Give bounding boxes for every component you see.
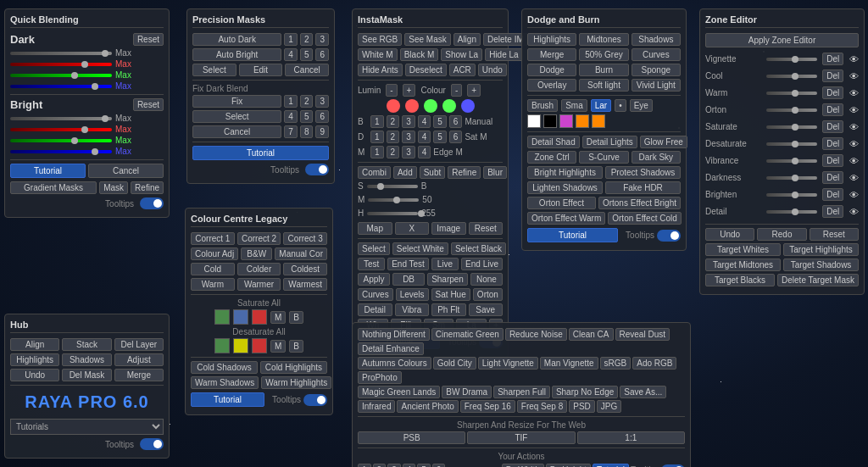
orton-del[interactable]: Del bbox=[822, 103, 843, 116]
b-2[interactable]: 2 bbox=[387, 115, 400, 128]
pm-fix-5[interactable]: 5 bbox=[300, 110, 314, 123]
cool-del[interactable]: Del bbox=[822, 69, 843, 82]
bright-highlights-button[interactable]: Bright Highlights bbox=[527, 166, 603, 179]
im-orton-button[interactable]: Orton bbox=[473, 288, 503, 301]
pm-1-button[interactable]: 1 bbox=[284, 33, 298, 46]
db-merge-button[interactable]: Merge bbox=[527, 48, 576, 61]
warm-shadows-button[interactable]: Warm Shadows bbox=[191, 376, 259, 389]
tf-infrared[interactable]: Infrared bbox=[358, 400, 395, 413]
im-color-green[interactable] bbox=[424, 99, 437, 113]
im-plus[interactable]: + bbox=[403, 84, 416, 97]
saturate-b[interactable]: B bbox=[289, 311, 303, 324]
vignette-del[interactable]: Del bbox=[822, 53, 843, 65]
m-4[interactable]: 4 bbox=[418, 146, 431, 158]
tf-detail-enhance[interactable]: Detail Enhance bbox=[358, 342, 424, 355]
tf-nothing-diff[interactable]: Nothing Different bbox=[358, 328, 430, 341]
brush-orange2-swatch[interactable] bbox=[592, 114, 605, 128]
colder-button[interactable]: Colder bbox=[237, 263, 281, 275]
brush-orange-swatch[interactable] bbox=[576, 114, 589, 128]
brush-black-swatch[interactable] bbox=[543, 114, 557, 128]
pm-fix-button[interactable]: Fix bbox=[192, 95, 281, 108]
hub-del-mask-button[interactable]: Del Mask bbox=[62, 369, 111, 381]
hub-highlights-button[interactable]: Highlights bbox=[10, 353, 59, 366]
pm-3-button[interactable]: 3 bbox=[315, 33, 329, 46]
tf-autumns[interactable]: Autumns Colours bbox=[358, 357, 431, 370]
im-sharpen-button[interactable]: Sharpen bbox=[427, 273, 468, 286]
im-vibra-button[interactable]: Vibra bbox=[395, 303, 430, 316]
tf-sharp-no-edge[interactable]: Sharp No Edge bbox=[552, 386, 618, 398]
im-color-green2[interactable] bbox=[442, 99, 456, 113]
tf-ado-rgb[interactable]: Ado RGB bbox=[632, 357, 676, 370]
brighten-del[interactable]: Del bbox=[822, 188, 843, 201]
ze-undo-button[interactable]: Undo bbox=[705, 228, 754, 241]
im-map-button[interactable]: Map bbox=[358, 222, 392, 235]
m-2[interactable]: 2 bbox=[387, 146, 400, 158]
auto-bright-button[interactable]: Auto Bright bbox=[192, 48, 281, 61]
saturate-m[interactable]: M bbox=[270, 311, 286, 324]
tf-tutorial[interactable]: Tutorial bbox=[593, 464, 629, 467]
pm-6-button[interactable]: 6 bbox=[315, 48, 329, 61]
d-1[interactable]: 1 bbox=[370, 131, 384, 143]
db-overlay-button[interactable]: Overlay bbox=[527, 79, 576, 92]
pm-edit-button[interactable]: Edit bbox=[239, 64, 283, 76]
im-ph-flt-button[interactable]: Ph Flt bbox=[431, 303, 466, 316]
db-brush-button[interactable]: Brush bbox=[527, 99, 558, 112]
pm-fix-6[interactable]: 6 bbox=[315, 110, 329, 123]
pm-2-button[interactable]: 2 bbox=[300, 33, 314, 46]
pm-fix-3[interactable]: 3 bbox=[315, 95, 329, 108]
im-subt-button[interactable]: Subt bbox=[420, 166, 446, 179]
qb-tutorial-button[interactable]: Tutorial bbox=[10, 164, 86, 178]
tf-save-as[interactable]: Save As... bbox=[620, 386, 666, 398]
b-3[interactable]: 3 bbox=[402, 115, 415, 128]
tf-tif[interactable]: TIF bbox=[467, 431, 575, 444]
cold-highlights-button[interactable]: Cold Highlights bbox=[260, 361, 327, 374]
saturate-del[interactable]: Del bbox=[822, 120, 843, 133]
desat-m[interactable]: M bbox=[270, 340, 286, 353]
tf-light-vignette[interactable]: Light Vignette bbox=[478, 357, 538, 370]
tf-psd[interactable]: PSD bbox=[569, 400, 595, 413]
correct3-button[interactable]: Correct 3 bbox=[283, 232, 327, 245]
orton-cold-button[interactable]: Orton Effect Cold bbox=[608, 212, 682, 225]
pm-fix-9[interactable]: 9 bbox=[315, 125, 329, 138]
hub-tooltips-toggle[interactable] bbox=[140, 438, 164, 450]
tf-by-width[interactable]: By Width bbox=[502, 464, 544, 467]
acr-button[interactable]: ACR bbox=[449, 64, 476, 76]
saturate-c-swatch[interactable] bbox=[233, 309, 248, 325]
align-button[interactable]: Align bbox=[453, 33, 481, 46]
im-end-live-button[interactable]: End Live bbox=[461, 258, 503, 270]
im-blur-button[interactable]: Blur bbox=[483, 166, 507, 179]
target-whites-button[interactable]: Target Whites bbox=[705, 243, 781, 256]
m-3[interactable]: 3 bbox=[402, 146, 415, 158]
fake-hdr-button[interactable]: Fake HDR bbox=[605, 181, 681, 194]
d-6[interactable]: 6 bbox=[449, 131, 463, 143]
desat-y-swatch[interactable] bbox=[233, 338, 248, 353]
db-highlights-button[interactable]: Highlights bbox=[527, 33, 576, 46]
tf-srgb[interactable]: sRGB bbox=[600, 357, 632, 370]
pm-tooltips-toggle[interactable] bbox=[305, 164, 329, 175]
db-soft-light-button[interactable]: Soft light bbox=[579, 79, 628, 92]
im-minus[interactable]: - bbox=[386, 84, 397, 97]
im-end-test-button[interactable]: End Test bbox=[387, 258, 429, 270]
db-midtones-button[interactable]: Midtones bbox=[579, 33, 628, 46]
hub-align-button[interactable]: Align bbox=[10, 338, 59, 351]
db-sponge-button[interactable]: Sponge bbox=[632, 64, 681, 76]
white-m-button[interactable]: White M bbox=[358, 48, 398, 61]
tf-num-5[interactable]: 5 bbox=[417, 464, 431, 467]
pm-tutorial-button[interactable]: Tutorial bbox=[192, 146, 329, 160]
correct2-button[interactable]: Correct 2 bbox=[237, 232, 281, 245]
im-color-red2[interactable] bbox=[405, 99, 419, 113]
bw-button[interactable]: B&W bbox=[241, 247, 272, 260]
hide-la-button[interactable]: Hide La bbox=[485, 48, 522, 61]
saturate-r-swatch[interactable] bbox=[252, 309, 267, 325]
desat-b[interactable]: B bbox=[289, 340, 303, 353]
tf-reveal-dust[interactable]: Reveal Dust bbox=[615, 328, 670, 341]
pm-fix-4[interactable]: 4 bbox=[284, 110, 298, 123]
im-detail-button[interactable]: Detail bbox=[358, 303, 392, 316]
pm-fix-1[interactable]: 1 bbox=[284, 95, 298, 108]
tf-sharpen-full[interactable]: Sharpen Full bbox=[493, 386, 550, 398]
saturate-g-swatch[interactable] bbox=[214, 309, 230, 325]
im-levels-button[interactable]: Levels bbox=[396, 288, 429, 301]
lighten-shadows-button[interactable]: Lighten Shadows bbox=[527, 181, 603, 194]
im-sat-hue-button[interactable]: Sat Hue bbox=[431, 288, 470, 301]
b-5[interactable]: 5 bbox=[433, 115, 447, 128]
